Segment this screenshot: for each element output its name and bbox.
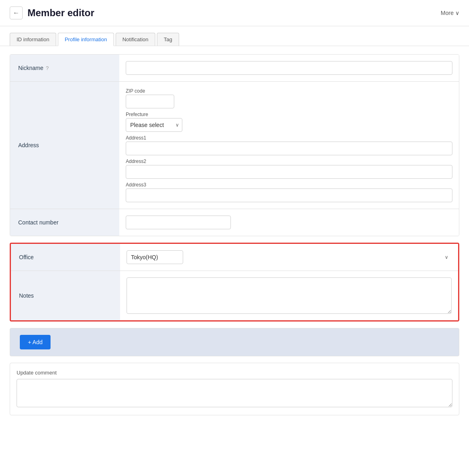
nickname-input[interactable] [126,61,452,75]
tab-id-information[interactable]: ID information [10,33,56,46]
help-icon[interactable]: ? [46,65,49,71]
back-button[interactable]: ← [10,6,23,19]
add-button-label: + Add [28,339,42,345]
more-button[interactable]: More ∨ [441,10,459,16]
address3-label: Address3 [126,182,452,188]
contact-number-field-content [119,209,459,236]
highlighted-section: Office Tokyo(HQ) Osaka Nagoya Fukuoka Sa… [10,243,459,322]
address1-group: Address1 [126,135,452,155]
office-select[interactable]: Tokyo(HQ) Osaka Nagoya Fukuoka Sapporo [127,250,183,264]
add-button[interactable]: + Add [20,335,51,349]
contact-number-label-text: Contact number [18,219,59,226]
address2-input[interactable] [126,165,452,179]
header-left: ← Member editor [10,6,94,19]
address3-group: Address3 [126,182,452,202]
office-label: Office [11,244,120,271]
more-label: More [441,10,454,16]
page-title: Member editor [27,7,94,19]
notes-label-text: Notes [19,292,34,299]
office-field-content: Tokyo(HQ) Osaka Nagoya Fukuoka Sapporo [120,244,458,271]
address3-input[interactable] [126,188,452,202]
add-section: + Add [10,328,459,356]
address1-input[interactable] [126,142,452,155]
contact-number-input[interactable] [126,216,231,229]
zip-code-group: ZIP code [126,88,452,108]
office-select-wrapper: Tokyo(HQ) Osaka Nagoya Fukuoka Sapporo [127,250,452,264]
office-label-text: Office [19,254,34,260]
notes-label: Notes [11,271,120,320]
update-comment-label: Update comment [17,370,452,376]
notes-row: Notes [11,271,458,320]
zip-code-input[interactable] [126,95,174,108]
update-comment-textarea[interactable] [17,379,452,407]
header: ← Member editor More ∨ [0,0,469,26]
tab-tag[interactable]: Tag [157,33,179,46]
chevron-down-icon: ∨ [455,10,459,16]
tab-notification[interactable]: Notification [116,33,155,46]
address-label-text: Address [18,142,39,148]
update-comment-section: Update comment [10,363,459,415]
contact-number-label: Contact number [10,209,119,236]
nickname-label: Nickname ? [10,55,119,81]
back-icon: ← [13,9,19,17]
address-row: Address ZIP code Prefecture Please selec… [10,82,459,209]
zip-code-label: ZIP code [126,88,452,94]
main-form-section: Nickname ? Address ZIP code Prefecture [10,54,459,236]
prefecture-label: Prefecture [126,112,452,117]
tabs: ID information Profile information Notif… [10,33,459,46]
tabs-container: ID information Profile information Notif… [0,26,469,46]
nickname-row: Nickname ? [10,55,459,82]
notes-textarea[interactable] [127,277,452,314]
address-field-content: ZIP code Prefecture Please select Tokyo … [119,82,459,209]
nickname-label-text: Nickname [18,65,43,71]
address-label: Address [10,82,119,209]
address2-group: Address2 [126,159,452,179]
nickname-field-content [119,55,459,81]
contact-number-row: Contact number [10,209,459,236]
notes-field-content [120,271,458,320]
address2-label: Address2 [126,159,452,164]
tab-profile-information[interactable]: Profile information [58,33,114,46]
prefecture-select[interactable]: Please select Tokyo Osaka Kyoto Hokkaido… [126,118,182,132]
address1-label: Address1 [126,135,452,141]
prefecture-group: Prefecture Please select Tokyo Osaka Kyo… [126,112,452,132]
office-row: Office Tokyo(HQ) Osaka Nagoya Fukuoka Sa… [11,244,458,271]
prefecture-select-wrapper: Please select Tokyo Osaka Kyoto Hokkaido… [126,118,182,132]
content: Nickname ? Address ZIP code Prefecture [0,46,469,423]
